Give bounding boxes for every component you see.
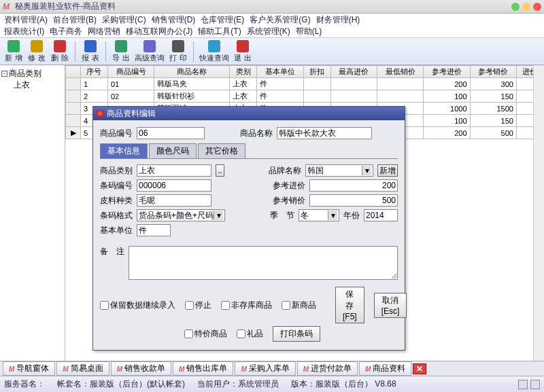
menu-item[interactable]: 移动互联网办公(J) <box>126 26 192 37</box>
menu-item[interactable]: 电子商务 <box>50 26 82 37</box>
grid-header[interactable]: 基本单位 <box>257 66 303 78</box>
bottom-tab[interactable]: 销售收款单 <box>111 361 171 376</box>
tree-root[interactable]: - 商品类别 <box>1 68 63 79</box>
bottom-tab[interactable]: 进货付款单 <box>297 361 358 376</box>
print-barcode-button[interactable]: 打印条码 <box>273 326 320 342</box>
refout-input[interactable] <box>309 194 398 207</box>
status-icon-2[interactable] <box>530 380 540 389</box>
status-bar: 服务器名： 帐套名：服装版（后台）(默认帐套) 当前用户：系统管理员 版本：服装… <box>0 376 544 392</box>
material-label: 皮料种类 <box>100 195 133 207</box>
menu-item[interactable]: 网络营销 <box>88 26 120 37</box>
grid-header[interactable]: 参考销价 <box>470 66 516 78</box>
menu-item[interactable]: 销售管理(D) <box>152 14 196 26</box>
table-row[interactable]: 101韩版马夹上衣件200300 <box>66 78 544 90</box>
vertical-scrollbar[interactable] <box>533 65 544 363</box>
tab-basic[interactable]: 基本信息 <box>100 143 148 158</box>
toolbar-label: 打 印 <box>169 53 186 63</box>
tab-logo-icon <box>241 364 246 374</box>
status-icon-1[interactable] <box>518 380 528 389</box>
toolbar-label: 高级查询 <box>135 53 165 63</box>
window-controls <box>511 3 541 11</box>
grid-header[interactable]: 商品编号 <box>107 66 154 78</box>
season-combo[interactable]: 冬▾ <box>299 209 339 221</box>
toolbar-exit[interactable]: 退 出 <box>232 39 254 64</box>
toolbar-report[interactable]: 报 表 <box>80 39 101 64</box>
year-label: 年份 <box>343 210 360 221</box>
code-input[interactable] <box>137 127 205 139</box>
unit-input[interactable] <box>137 224 171 236</box>
grid-header[interactable]: 最高进价 <box>330 66 377 78</box>
grid-header[interactable]: 折扣 <box>303 66 330 78</box>
category-browse-button[interactable]: .. <box>216 164 224 177</box>
tab-otherprice[interactable]: 其它价格 <box>198 143 245 158</box>
menu-item[interactable]: 前台管理(B) <box>53 14 97 26</box>
bottom-tab[interactable]: 采购入库单 <box>235 361 295 376</box>
toolbar-add[interactable]: 新 增 <box>3 39 24 64</box>
chevron-down-icon[interactable]: ▾ <box>362 166 371 175</box>
dialog-titlebar[interactable]: 商品资料编辑 <box>93 107 405 120</box>
toolbar-delete[interactable]: 删 除 <box>49 39 71 64</box>
toolbar-quicksearch[interactable]: 快速查询 <box>198 39 231 64</box>
toolbar-label: 报 表 <box>82 53 99 63</box>
grid-header[interactable]: 序号 <box>81 66 108 78</box>
tab-close-button[interactable]: ✕ <box>413 363 426 374</box>
stop-checkbox[interactable]: 停止 <box>185 300 211 311</box>
special-checkbox[interactable]: 特价商品 <box>184 328 227 340</box>
new-checkbox[interactable]: 新商品 <box>282 300 316 311</box>
gift-checkbox[interactable]: 礼品 <box>237 328 263 340</box>
refin-input[interactable] <box>309 179 398 192</box>
table-row[interactable]: 202韩版针织衫上衣件100150 <box>66 90 544 103</box>
menu-item[interactable]: 资料管理(A) <box>4 14 48 26</box>
barcode-input[interactable] <box>137 179 211 192</box>
bottom-tab[interactable]: 简易桌面 <box>56 361 109 376</box>
grid-header[interactable]: 参考进价 <box>424 66 470 78</box>
remark-textarea[interactable] <box>129 246 398 280</box>
tree-child[interactable]: 上衣 <box>14 79 63 91</box>
tab-colorsize[interactable]: 颜色尺码 <box>149 143 197 158</box>
menu-item[interactable]: 辅助工具(T) <box>198 26 241 37</box>
category-combo[interactable]: 上衣 <box>137 164 211 177</box>
refout-label: 参考销价 <box>273 195 305 207</box>
menu-item[interactable]: 帮助(L) <box>296 26 322 37</box>
toolbar-export[interactable]: 导 出 <box>110 39 132 64</box>
tree-collapse-icon[interactable]: - <box>1 71 7 77</box>
bottom-tab[interactable]: 导航窗体 <box>3 361 55 376</box>
chevron-down-icon[interactable]: ▾ <box>328 211 337 220</box>
tab-logo-icon <box>63 364 68 374</box>
menu-item[interactable]: 采购管理(C) <box>102 14 146 26</box>
chevron-down-icon[interactable]: ▾ <box>214 211 223 220</box>
name-input[interactable] <box>277 127 372 139</box>
menu-item[interactable]: 客户关系管理(G) <box>250 14 310 26</box>
keep-checkbox[interactable]: 保留数据继续录入 <box>100 300 175 311</box>
close-button[interactable] <box>533 3 541 11</box>
bottom-tab[interactable]: 商品资料 <box>359 361 411 376</box>
menu-item[interactable]: 报表统计(I) <box>4 26 44 37</box>
menubar-row2: 报表统计(I)电子商务网络营销移动互联网办公(J)辅助工具(T)系统管理(K)帮… <box>0 26 544 38</box>
grid-header[interactable]: 最低销价 <box>377 66 423 78</box>
toolbar-edit[interactable]: 修 改 <box>26 39 48 64</box>
year-input[interactable] <box>364 209 398 221</box>
brand-combo[interactable]: 韩国▾ <box>305 164 373 177</box>
material-input[interactable] <box>137 194 211 207</box>
advsearch-icon <box>143 40 156 52</box>
menu-item[interactable]: 系统管理(K) <box>247 26 290 37</box>
bottom-tab[interactable]: 销售出库单 <box>173 361 233 376</box>
tab-logo-icon <box>303 364 309 374</box>
maximize-button[interactable] <box>522 3 530 11</box>
toolbar-label: 新 增 <box>5 53 22 63</box>
toolbar-print[interactable]: 打 印 <box>167 39 189 64</box>
menu-item[interactable]: 仓库管理(E) <box>201 14 244 26</box>
delete-icon <box>54 40 66 52</box>
bcfmt-combo[interactable]: 货品条码+颜色+尺码▾ <box>137 209 225 221</box>
toolbar-advsearch[interactable]: 高级查询 <box>133 39 166 64</box>
minimize-button[interactable] <box>511 3 520 11</box>
menu-item[interactable]: 财务管理(H) <box>316 14 360 26</box>
save-button[interactable]: 保存[F5] <box>335 287 364 323</box>
nonstock-checkbox[interactable]: 非存库商品 <box>221 300 272 311</box>
brand-new-button[interactable]: 新增 <box>377 164 398 177</box>
grid-header[interactable]: 类别 <box>230 66 257 78</box>
cancel-button[interactable]: 取消[Esc] <box>374 293 407 318</box>
tree-root-label: 商品类别 <box>9 68 41 79</box>
menubar-row1: 资料管理(A)前台管理(B)采购管理(C)销售管理(D)仓库管理(E)客户关系管… <box>0 14 544 26</box>
grid-header[interactable]: 商品名称 <box>154 66 230 78</box>
